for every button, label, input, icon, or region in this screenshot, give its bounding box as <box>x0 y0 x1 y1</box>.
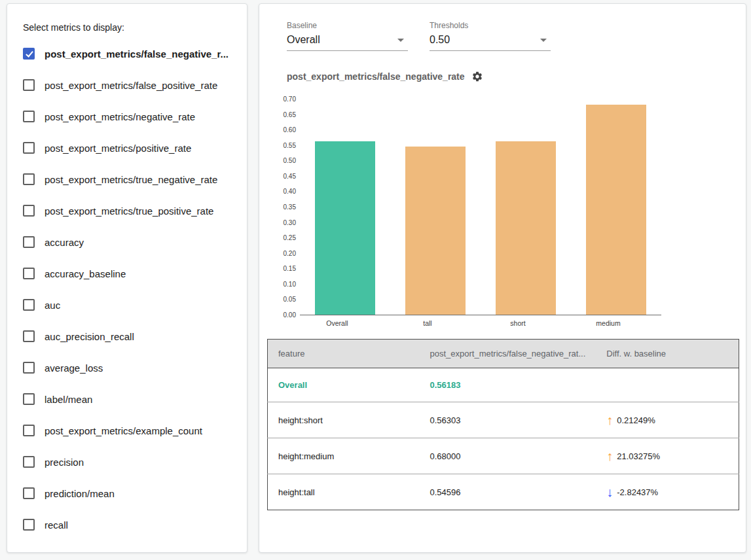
checkbox-unchecked-icon[interactable] <box>23 79 35 91</box>
checkbox-unchecked-icon[interactable] <box>23 425 35 436</box>
metric-label: accuracy_baseline <box>45 268 126 279</box>
metric-checkbox-item[interactable]: prediction/mean <box>23 478 239 509</box>
metric-label: auc_precision_recall <box>45 331 134 342</box>
metric-checkbox-item[interactable]: accuracy_baseline <box>23 258 239 289</box>
checkbox-unchecked-icon[interactable] <box>23 393 35 405</box>
metric-checkbox-item[interactable]: accuracy <box>23 226 239 258</box>
metric-label: precision <box>45 457 84 468</box>
checkbox-unchecked-icon[interactable] <box>23 299 35 311</box>
thresholds-value: 0.50 <box>430 34 450 46</box>
x-tick-label: medium <box>563 315 653 327</box>
metric-label: post_export_metrics/example_count <box>45 425 202 436</box>
metric-label: post_export_metrics/true_negative_rate <box>45 174 217 185</box>
table-row[interactable]: height:short0.56303↑0.21249% <box>268 402 739 438</box>
y-tick-label: 0.30 <box>284 219 296 226</box>
metric-value-cell: 0.56303 <box>420 402 596 438</box>
bar-overall[interactable] <box>315 141 375 315</box>
diff-cell <box>596 368 739 402</box>
metric-checkbox-item[interactable]: post_export_metrics/example_count <box>23 415 239 446</box>
metric-checkbox-item[interactable]: recall <box>23 509 239 540</box>
baseline-label: Baseline <box>287 21 408 30</box>
col-header-feature: feature <box>268 340 420 368</box>
diff-cell: ↓-2.82437% <box>596 474 739 510</box>
bar-short[interactable] <box>496 141 556 315</box>
metric-checkbox-item[interactable]: precision <box>23 446 239 478</box>
metric-label: post_export_metrics/negative_rate <box>45 111 195 122</box>
checkbox-unchecked-icon[interactable] <box>23 487 35 499</box>
metric-checkbox-item[interactable]: post_export_metrics/false_positive_rate <box>23 69 239 101</box>
fairness-indicators-page: Select metrics to display: post_export_m… <box>0 0 751 560</box>
bar-slot <box>571 99 661 315</box>
y-tick-label: 0.50 <box>284 157 296 164</box>
arrow-up-icon: ↑ <box>606 414 613 426</box>
checkbox-unchecked-icon[interactable] <box>23 173 35 185</box>
metric-label: average_loss <box>45 362 103 374</box>
table-row[interactable]: Overall0.56183 <box>268 368 739 402</box>
baseline-value: Overall <box>287 34 320 46</box>
bar-slot <box>481 99 571 315</box>
metric-checkbox-item[interactable]: post_export_metrics/negative_rate <box>23 101 239 132</box>
checkbox-unchecked-icon[interactable] <box>23 362 35 374</box>
bar-tall[interactable] <box>405 147 466 315</box>
metric-select-panel: Select metrics to display: post_export_m… <box>7 3 247 553</box>
chart-header: post_export_metrics/false_negative_rate <box>287 71 738 82</box>
metric-checkbox-item[interactable]: post_export_metrics/true_positive_rate <box>23 195 239 226</box>
y-tick-label: 0.55 <box>284 142 296 149</box>
feature-cell: height:short <box>268 402 420 438</box>
diff-value: 21.03275% <box>617 451 660 461</box>
diff-value: 0.21249% <box>617 415 655 425</box>
thresholds-value-box[interactable]: 0.50 <box>430 30 551 51</box>
metric-label: post_export_metrics/true_positive_rate <box>45 205 213 217</box>
checkbox-unchecked-icon[interactable] <box>23 519 35 531</box>
y-tick-label: 0.15 <box>284 265 296 272</box>
arrow-up-icon: ↑ <box>606 450 613 462</box>
metric-checkbox-item[interactable]: label/mean <box>23 383 239 415</box>
checkbox-unchecked-icon[interactable] <box>23 111 35 122</box>
chevron-down-icon <box>397 39 404 42</box>
metric-checkbox-item[interactable]: post_export_metrics/true_negative_rate <box>23 164 239 195</box>
checkbox-unchecked-icon[interactable] <box>23 456 35 468</box>
metric-label: recall <box>45 519 68 531</box>
y-tick-label: 0.35 <box>284 203 296 211</box>
feature-cell: Overall <box>268 368 420 402</box>
checkbox-checked-icon[interactable] <box>23 48 35 60</box>
results-panel: Baseline Overall Thresholds 0.50 post_ex… <box>259 3 746 553</box>
checkbox-unchecked-icon[interactable] <box>23 268 35 279</box>
baseline-value-box[interactable]: Overall <box>287 30 408 51</box>
metric-label: post_export_metrics/false_positive_rate <box>45 80 217 91</box>
checkbox-unchecked-icon[interactable] <box>23 236 35 248</box>
bar-slot <box>390 99 481 315</box>
y-tick-label: 0.40 <box>284 188 296 195</box>
settings-gear-icon[interactable] <box>471 71 483 82</box>
metric-list: post_export_metrics/false_negative_r...p… <box>23 38 239 540</box>
chevron-down-icon <box>540 39 547 42</box>
metric-select-title: Select metrics to display: <box>23 22 239 33</box>
metric-checkbox-item[interactable]: post_export_metrics/positive_rate <box>23 132 239 164</box>
feature-cell: height:medium <box>268 438 420 474</box>
feature-cell: height:tall <box>268 474 420 510</box>
metric-label: prediction/mean <box>45 488 115 499</box>
thresholds-label: Thresholds <box>430 21 551 30</box>
checkbox-unchecked-icon[interactable] <box>23 205 35 217</box>
x-tick-label: Overall <box>292 315 382 327</box>
metric-checkbox-item[interactable]: auc <box>23 289 239 321</box>
y-tick-label: 0.25 <box>284 234 296 241</box>
baseline-select[interactable]: Baseline Overall <box>287 21 408 51</box>
table-row[interactable]: height:tall0.54596↓-2.82437% <box>268 474 739 510</box>
metric-checkbox-item[interactable]: auc_precision_recall <box>23 321 239 352</box>
diff-cell: ↑0.21249% <box>596 402 739 438</box>
y-tick-label: 0.45 <box>284 173 296 180</box>
metric-label: auc <box>45 300 60 311</box>
y-tick-label: 0.60 <box>284 126 296 133</box>
checkbox-unchecked-icon[interactable] <box>23 330 35 342</box>
y-tick-label: 0.00 <box>284 311 296 319</box>
table-row[interactable]: height:medium0.68000↑21.03275% <box>268 438 739 474</box>
metric-checkbox-item[interactable]: post_export_metrics/false_negative_r... <box>23 38 239 69</box>
y-tick-label: 0.65 <box>284 111 296 118</box>
checkbox-unchecked-icon[interactable] <box>23 142 35 154</box>
metric-value-cell: 0.54596 <box>420 474 596 510</box>
metric-checkbox-item[interactable]: average_loss <box>23 352 239 383</box>
x-tick-label: tall <box>382 315 473 327</box>
thresholds-select[interactable]: Thresholds 0.50 <box>430 21 551 51</box>
bar-medium[interactable] <box>586 105 646 315</box>
